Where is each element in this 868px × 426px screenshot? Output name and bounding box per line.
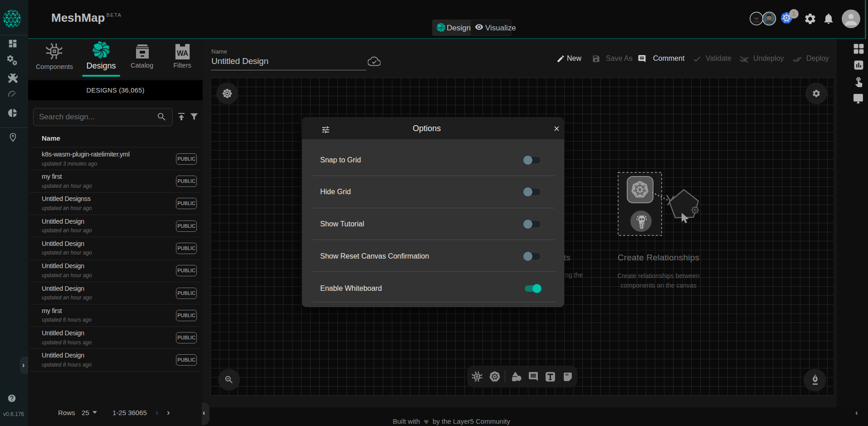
svg-text:WA: WA (177, 49, 188, 57)
